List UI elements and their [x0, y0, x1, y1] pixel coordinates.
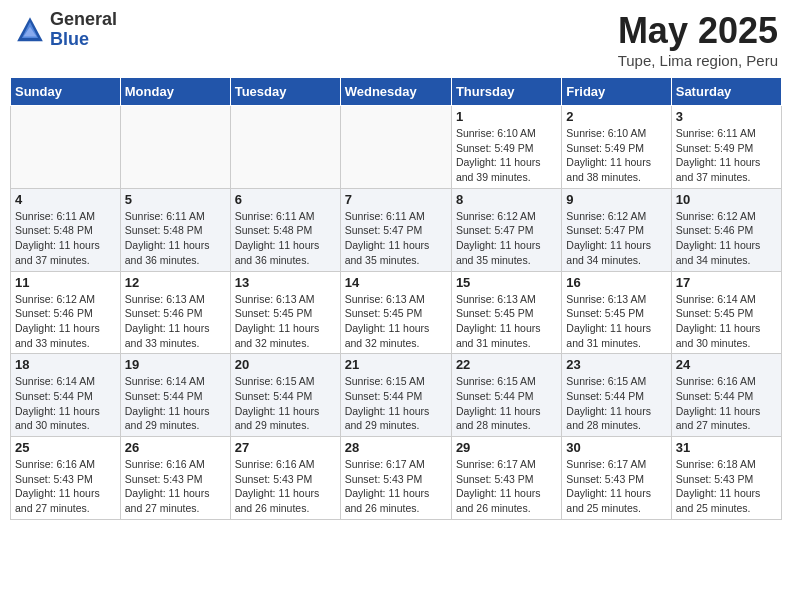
day-info: Sunrise: 6:16 AMSunset: 5:43 PMDaylight:… — [15, 457, 116, 516]
calendar-cell — [11, 106, 121, 189]
calendar-cell: 13Sunrise: 6:13 AMSunset: 5:45 PMDayligh… — [230, 271, 340, 354]
calendar-cell: 1Sunrise: 6:10 AMSunset: 5:49 PMDaylight… — [451, 106, 561, 189]
day-info: Sunrise: 6:15 AMSunset: 5:44 PMDaylight:… — [566, 374, 666, 433]
day-info: Sunrise: 6:17 AMSunset: 5:43 PMDaylight:… — [456, 457, 557, 516]
calendar-week-3: 11Sunrise: 6:12 AMSunset: 5:46 PMDayligh… — [11, 271, 782, 354]
logo-text: General Blue — [50, 10, 117, 50]
calendar-cell: 4Sunrise: 6:11 AMSunset: 5:48 PMDaylight… — [11, 188, 121, 271]
calendar-cell — [230, 106, 340, 189]
day-info: Sunrise: 6:11 AMSunset: 5:48 PMDaylight:… — [235, 209, 336, 268]
day-number: 10 — [676, 192, 777, 207]
calendar-cell: 28Sunrise: 6:17 AMSunset: 5:43 PMDayligh… — [340, 437, 451, 520]
day-number: 18 — [15, 357, 116, 372]
calendar-week-4: 18Sunrise: 6:14 AMSunset: 5:44 PMDayligh… — [11, 354, 782, 437]
day-info: Sunrise: 6:14 AMSunset: 5:44 PMDaylight:… — [125, 374, 226, 433]
calendar-cell: 8Sunrise: 6:12 AMSunset: 5:47 PMDaylight… — [451, 188, 561, 271]
day-info: Sunrise: 6:13 AMSunset: 5:45 PMDaylight:… — [456, 292, 557, 351]
calendar-cell: 15Sunrise: 6:13 AMSunset: 5:45 PMDayligh… — [451, 271, 561, 354]
day-number: 9 — [566, 192, 666, 207]
day-number: 6 — [235, 192, 336, 207]
day-number: 1 — [456, 109, 557, 124]
calendar-week-1: 1Sunrise: 6:10 AMSunset: 5:49 PMDaylight… — [11, 106, 782, 189]
day-info: Sunrise: 6:12 AMSunset: 5:47 PMDaylight:… — [456, 209, 557, 268]
calendar-week-2: 4Sunrise: 6:11 AMSunset: 5:48 PMDaylight… — [11, 188, 782, 271]
column-header-sunday: Sunday — [11, 78, 121, 106]
calendar-cell: 24Sunrise: 6:16 AMSunset: 5:44 PMDayligh… — [671, 354, 781, 437]
calendar-cell: 22Sunrise: 6:15 AMSunset: 5:44 PMDayligh… — [451, 354, 561, 437]
calendar-cell: 11Sunrise: 6:12 AMSunset: 5:46 PMDayligh… — [11, 271, 121, 354]
calendar-cell: 23Sunrise: 6:15 AMSunset: 5:44 PMDayligh… — [562, 354, 671, 437]
calendar-cell: 6Sunrise: 6:11 AMSunset: 5:48 PMDaylight… — [230, 188, 340, 271]
day-number: 27 — [235, 440, 336, 455]
day-info: Sunrise: 6:11 AMSunset: 5:49 PMDaylight:… — [676, 126, 777, 185]
logo: General Blue — [14, 10, 117, 50]
column-header-monday: Monday — [120, 78, 230, 106]
day-info: Sunrise: 6:12 AMSunset: 5:46 PMDaylight:… — [15, 292, 116, 351]
calendar-week-5: 25Sunrise: 6:16 AMSunset: 5:43 PMDayligh… — [11, 437, 782, 520]
calendar-cell — [340, 106, 451, 189]
day-number: 20 — [235, 357, 336, 372]
day-number: 28 — [345, 440, 447, 455]
calendar-cell — [120, 106, 230, 189]
calendar-table: SundayMondayTuesdayWednesdayThursdayFrid… — [10, 77, 782, 520]
day-info: Sunrise: 6:13 AMSunset: 5:46 PMDaylight:… — [125, 292, 226, 351]
logo-icon — [14, 14, 46, 46]
day-info: Sunrise: 6:11 AMSunset: 5:48 PMDaylight:… — [125, 209, 226, 268]
calendar-cell: 17Sunrise: 6:14 AMSunset: 5:45 PMDayligh… — [671, 271, 781, 354]
day-number: 2 — [566, 109, 666, 124]
calendar-header-row: SundayMondayTuesdayWednesdayThursdayFrid… — [11, 78, 782, 106]
title-block: May 2025 Tupe, Lima region, Peru — [618, 10, 778, 69]
day-number: 16 — [566, 275, 666, 290]
day-number: 8 — [456, 192, 557, 207]
day-number: 15 — [456, 275, 557, 290]
day-number: 7 — [345, 192, 447, 207]
column-header-thursday: Thursday — [451, 78, 561, 106]
calendar-cell: 12Sunrise: 6:13 AMSunset: 5:46 PMDayligh… — [120, 271, 230, 354]
day-number: 4 — [15, 192, 116, 207]
day-number: 13 — [235, 275, 336, 290]
logo-blue: Blue — [50, 30, 117, 50]
day-number: 29 — [456, 440, 557, 455]
month-title: May 2025 — [618, 10, 778, 52]
day-info: Sunrise: 6:15 AMSunset: 5:44 PMDaylight:… — [456, 374, 557, 433]
day-info: Sunrise: 6:12 AMSunset: 5:47 PMDaylight:… — [566, 209, 666, 268]
calendar-cell: 30Sunrise: 6:17 AMSunset: 5:43 PMDayligh… — [562, 437, 671, 520]
page-header: General Blue May 2025 Tupe, Lima region,… — [10, 10, 782, 69]
day-info: Sunrise: 6:10 AMSunset: 5:49 PMDaylight:… — [456, 126, 557, 185]
day-info: Sunrise: 6:14 AMSunset: 5:45 PMDaylight:… — [676, 292, 777, 351]
day-info: Sunrise: 6:14 AMSunset: 5:44 PMDaylight:… — [15, 374, 116, 433]
calendar-cell: 31Sunrise: 6:18 AMSunset: 5:43 PMDayligh… — [671, 437, 781, 520]
day-number: 11 — [15, 275, 116, 290]
day-number: 21 — [345, 357, 447, 372]
column-header-tuesday: Tuesday — [230, 78, 340, 106]
logo-general: General — [50, 10, 117, 30]
calendar-cell: 21Sunrise: 6:15 AMSunset: 5:44 PMDayligh… — [340, 354, 451, 437]
calendar-cell: 19Sunrise: 6:14 AMSunset: 5:44 PMDayligh… — [120, 354, 230, 437]
day-number: 14 — [345, 275, 447, 290]
day-info: Sunrise: 6:17 AMSunset: 5:43 PMDaylight:… — [566, 457, 666, 516]
day-info: Sunrise: 6:16 AMSunset: 5:43 PMDaylight:… — [125, 457, 226, 516]
day-info: Sunrise: 6:12 AMSunset: 5:46 PMDaylight:… — [676, 209, 777, 268]
calendar-cell: 16Sunrise: 6:13 AMSunset: 5:45 PMDayligh… — [562, 271, 671, 354]
day-info: Sunrise: 6:15 AMSunset: 5:44 PMDaylight:… — [235, 374, 336, 433]
day-info: Sunrise: 6:16 AMSunset: 5:44 PMDaylight:… — [676, 374, 777, 433]
day-number: 26 — [125, 440, 226, 455]
day-info: Sunrise: 6:15 AMSunset: 5:44 PMDaylight:… — [345, 374, 447, 433]
calendar-cell: 18Sunrise: 6:14 AMSunset: 5:44 PMDayligh… — [11, 354, 121, 437]
calendar-cell: 3Sunrise: 6:11 AMSunset: 5:49 PMDaylight… — [671, 106, 781, 189]
location: Tupe, Lima region, Peru — [618, 52, 778, 69]
day-info: Sunrise: 6:13 AMSunset: 5:45 PMDaylight:… — [566, 292, 666, 351]
day-info: Sunrise: 6:11 AMSunset: 5:47 PMDaylight:… — [345, 209, 447, 268]
column-header-friday: Friday — [562, 78, 671, 106]
calendar-cell: 9Sunrise: 6:12 AMSunset: 5:47 PMDaylight… — [562, 188, 671, 271]
day-info: Sunrise: 6:13 AMSunset: 5:45 PMDaylight:… — [345, 292, 447, 351]
day-number: 30 — [566, 440, 666, 455]
calendar-cell: 25Sunrise: 6:16 AMSunset: 5:43 PMDayligh… — [11, 437, 121, 520]
column-header-wednesday: Wednesday — [340, 78, 451, 106]
day-info: Sunrise: 6:10 AMSunset: 5:49 PMDaylight:… — [566, 126, 666, 185]
day-info: Sunrise: 6:16 AMSunset: 5:43 PMDaylight:… — [235, 457, 336, 516]
column-header-saturday: Saturday — [671, 78, 781, 106]
calendar-cell: 14Sunrise: 6:13 AMSunset: 5:45 PMDayligh… — [340, 271, 451, 354]
calendar-cell: 20Sunrise: 6:15 AMSunset: 5:44 PMDayligh… — [230, 354, 340, 437]
day-number: 31 — [676, 440, 777, 455]
